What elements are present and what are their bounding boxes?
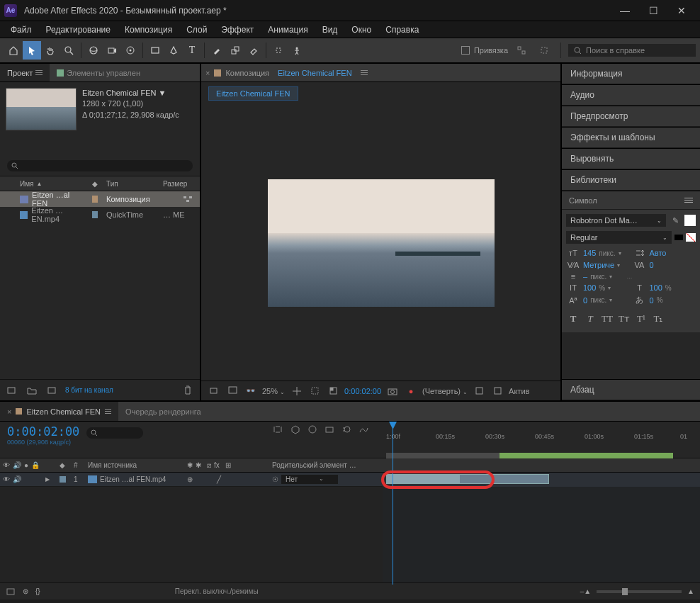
frame-blend-icon[interactable]	[324, 424, 334, 434]
snap-opts-icon[interactable]	[512, 41, 531, 60]
layer-quality-icon[interactable]: ⊕	[187, 475, 193, 483]
layer-label-icon[interactable]	[60, 476, 66, 483]
font-family-select[interactable]: Robotron Dot Ma…⌄	[566, 214, 666, 227]
new-comp-icon[interactable]	[45, 384, 58, 397]
layer-expand-icon[interactable]: ▶	[45, 476, 50, 483]
allcaps-button[interactable]: TT	[600, 312, 614, 325]
layer-duration-bar[interactable]	[386, 474, 549, 484]
orbit-tool[interactable]	[84, 41, 103, 60]
zoom-in-icon[interactable]: ▲	[687, 587, 694, 595]
menu-effect[interactable]: Эффект	[215, 23, 260, 36]
toggle-modes-icon[interactable]: ⊛	[23, 587, 28, 595]
roto-tool[interactable]	[269, 41, 288, 60]
close-button[interactable]: ✕	[667, 0, 696, 21]
label-color-icon[interactable]	[92, 211, 98, 218]
lock-col-icon[interactable]: 🔒	[31, 461, 40, 469]
current-time[interactable]: 0:00:02:00	[344, 387, 381, 395]
eye-col-icon[interactable]: 👁	[3, 461, 10, 469]
panel-info[interactable]: Информация	[562, 64, 700, 84]
selection-tool[interactable]	[23, 41, 41, 60]
project-thumbnail[interactable]	[6, 88, 77, 130]
timeline-tab-render[interactable]: Очередь рендеринга	[118, 402, 208, 421]
draft3d-icon[interactable]	[290, 424, 300, 434]
effect-controls-tab[interactable]: Элементы управлен	[50, 64, 147, 81]
panel-libraries[interactable]: Библиотеки	[562, 170, 700, 191]
speaker-col-icon[interactable]: 🔊	[13, 461, 21, 469]
safe-icon[interactable]	[307, 384, 322, 398]
project-item-footage[interactable]: Eitzen …EN.mp4 QuickTime … ME	[0, 207, 200, 222]
hand-tool[interactable]	[41, 41, 60, 60]
kerning-value[interactable]: Метриче	[583, 261, 614, 269]
snap-opts2-icon[interactable]	[535, 41, 553, 60]
magnify-icon[interactable]	[207, 384, 221, 398]
zoom-tool[interactable]	[60, 41, 78, 60]
menu-layer[interactable]: Слой	[180, 23, 213, 36]
exposure-icon[interactable]	[472, 384, 486, 398]
col-parent[interactable]: Родительский элемент …	[269, 458, 376, 472]
layer-visibility-icon[interactable]: 👁	[3, 475, 10, 483]
quality-dropdown[interactable]: (Четверть) ⌄	[422, 387, 468, 395]
help-search-input[interactable]: Поиск в справке	[568, 44, 696, 57]
timeline-layer-row[interactable]: 👁🔊 ▶ 1 Eitzen …al FEN.mp4 ⊕╱ ☉ Нет⌄	[0, 473, 383, 487]
stroke-width-value[interactable]: –	[583, 272, 587, 281]
parent-dropdown[interactable]: Нет⌄	[281, 475, 338, 484]
interpret-footage-icon[interactable]	[6, 384, 18, 397]
superscript-button[interactable]: T¹	[634, 312, 648, 325]
col-label[interactable]: ◆	[57, 458, 71, 472]
timeline-tab-comp[interactable]: × Eitzen Chemical FEN	[0, 402, 118, 421]
zoom-dropdown[interactable]: 25% ⌄	[262, 387, 285, 395]
eraser-tool[interactable]	[244, 41, 263, 60]
project-item-comp[interactable]: Eitzen …al FEN Композиция	[0, 191, 200, 207]
toggle-switches-icon[interactable]	[6, 587, 16, 596]
panel-menu-icon[interactable]	[35, 70, 43, 75]
panel-menu-icon[interactable]	[361, 70, 368, 75]
comp-flowchart-icon[interactable]	[272, 424, 283, 434]
maximize-button[interactable]: ☐	[639, 0, 667, 21]
timecode-display[interactable]: 0:00:02:00	[7, 424, 79, 439]
menu-view[interactable]: Вид	[316, 23, 344, 36]
font-style-select[interactable]: Regular⌄	[566, 231, 672, 244]
tracking-value[interactable]: 0	[650, 261, 654, 269]
viewer-tab-comp[interactable]: Eitzen Chemical FEN	[272, 64, 358, 81]
col-source-name[interactable]: Имя источника	[85, 458, 184, 472]
flowchart-icon[interactable]	[183, 196, 193, 203]
tsume-value[interactable]: 0	[650, 296, 654, 305]
stroke-color-swatch[interactable]	[674, 235, 683, 240]
type-tool[interactable]: T	[183, 41, 201, 60]
mask-icon[interactable]: 👓	[244, 384, 258, 398]
minimize-button[interactable]: —	[611, 0, 639, 21]
work-area-bar[interactable]	[386, 453, 673, 458]
bold-button[interactable]: T	[566, 312, 580, 325]
clone-tool[interactable]	[226, 41, 244, 60]
playhead[interactable]	[393, 422, 393, 585]
italic-button[interactable]: T	[583, 312, 597, 325]
project-tab[interactable]: Проект	[0, 64, 50, 81]
no-stroke-icon[interactable]	[686, 233, 696, 242]
bit-depth-button[interactable]: 8 бит на канал	[65, 386, 113, 394]
menu-edit[interactable]: Редактирование	[40, 23, 117, 36]
hide-shy-icon[interactable]	[307, 424, 317, 434]
baseline-value[interactable]: 0	[583, 296, 587, 305]
col-name[interactable]: Имя▲	[16, 180, 88, 188]
smallcaps-button[interactable]: Tᴛ	[617, 312, 631, 325]
composition-preview[interactable]	[268, 179, 495, 307]
pen-tool[interactable]	[164, 41, 183, 60]
vscale-value[interactable]: 100	[583, 283, 596, 292]
col-type[interactable]: Тип	[102, 180, 159, 188]
comp-mini-tab[interactable]: Eitzen Chemical FEN	[208, 86, 298, 101]
project-search-input[interactable]	[7, 160, 193, 171]
layer-audio-icon[interactable]: 🔊	[13, 475, 21, 483]
grid-icon[interactable]	[289, 384, 303, 398]
font-size-value[interactable]: 145	[583, 249, 596, 257]
region-icon[interactable]	[490, 384, 504, 398]
col-index[interactable]: #	[71, 458, 85, 472]
rect-tool[interactable]	[146, 41, 164, 60]
solo-col-icon[interactable]: ●	[24, 461, 28, 469]
panel-menu-icon[interactable]	[105, 409, 111, 414]
menu-file[interactable]: Файл	[4, 23, 38, 36]
col-size[interactable]: Размер	[159, 180, 191, 188]
zoom-out-icon[interactable]: –▲	[580, 587, 591, 595]
eyedropper-icon[interactable]: ✎	[669, 216, 682, 225]
subscript-button[interactable]: T₁	[651, 312, 665, 325]
menu-animation[interactable]: Анимация	[261, 23, 314, 36]
